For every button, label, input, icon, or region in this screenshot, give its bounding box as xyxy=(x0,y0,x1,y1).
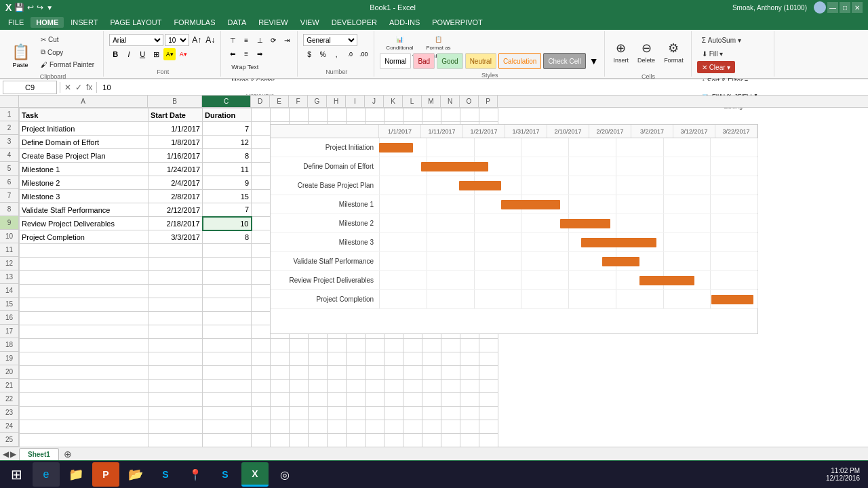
format-painter-button[interactable]: 🖌 Format Painter xyxy=(36,59,99,70)
increase-font-button[interactable]: A↑ xyxy=(191,34,203,46)
cell-C5[interactable]: 11 xyxy=(203,163,252,176)
close-button[interactable]: ✕ xyxy=(852,2,863,13)
menu-home[interactable]: HOME xyxy=(31,17,64,28)
cell-A10[interactable]: Project Completion xyxy=(20,230,149,244)
cell-A6[interactable]: Milestone 2 xyxy=(20,176,149,190)
style-good[interactable]: Good xyxy=(437,53,462,69)
col-header-F[interactable]: F xyxy=(289,96,308,107)
col-header-O[interactable]: O xyxy=(460,96,479,107)
paste-button[interactable]: 📋 Paste xyxy=(7,34,34,70)
cell-D1[interactable] xyxy=(252,108,271,122)
powerpoint-taskbar-button[interactable]: P xyxy=(92,462,119,487)
row-header-5[interactable]: 5 xyxy=(0,162,18,176)
currency-button[interactable]: $ xyxy=(303,48,315,60)
menu-powerpivot[interactable]: POWERPIVOT xyxy=(427,17,488,28)
row-header-12[interactable]: 12 xyxy=(0,257,18,270)
sheet-nav-right[interactable]: ▶ xyxy=(10,449,16,459)
cell-K1[interactable] xyxy=(384,108,403,122)
minimize-button[interactable]: — xyxy=(827,2,838,13)
align-top-button[interactable]: ⊤ xyxy=(226,34,239,46)
name-box[interactable] xyxy=(3,81,57,94)
folder-taskbar-button[interactable]: 📂 xyxy=(122,462,149,487)
row-header-20[interactable]: 20 xyxy=(0,365,18,379)
row-header-24[interactable]: 24 xyxy=(0,420,18,433)
cell-B4[interactable]: 1/16/2017 xyxy=(149,149,203,163)
row-header-7[interactable]: 7 xyxy=(0,189,18,203)
col-header-P[interactable]: P xyxy=(479,96,498,107)
format-as-table-button[interactable]: 📋 Format as Table ▾ xyxy=(422,34,456,52)
clear-button[interactable]: ✕ Clear ▾ xyxy=(697,61,736,73)
row-header-13[interactable]: 13 xyxy=(0,270,18,284)
col-header-A[interactable]: A xyxy=(19,96,148,107)
edge-taskbar-button[interactable]: e xyxy=(33,462,60,487)
underline-button[interactable]: U xyxy=(136,48,149,60)
align-bottom-button[interactable]: ⊥ xyxy=(254,34,266,46)
cell-A9[interactable]: Review Project Deliverables xyxy=(20,217,149,230)
cell-B3[interactable]: 1/8/2017 xyxy=(149,136,203,149)
cell-C4[interactable]: 8 xyxy=(203,149,252,163)
autosum-button[interactable]: Σ AutoSum ▾ xyxy=(697,34,746,46)
row-header-6[interactable]: 6 xyxy=(0,176,18,189)
cell-B6[interactable]: 2/4/2017 xyxy=(149,176,203,190)
cell-C3[interactable]: 12 xyxy=(203,136,252,149)
menu-formulas[interactable]: FORMULAS xyxy=(168,17,220,28)
menu-addins[interactable]: ADD-INS xyxy=(384,17,425,28)
conditional-formatting-button[interactable]: 📊 Conditional Formatting ▾ xyxy=(380,34,419,52)
style-neutral[interactable]: Neutral xyxy=(465,53,496,69)
percent-button[interactable]: % xyxy=(317,48,329,60)
align-center-button[interactable]: ≡ xyxy=(240,47,252,60)
quick-access-redo[interactable]: ↪ xyxy=(37,3,43,12)
excel-taskbar-button[interactable]: X xyxy=(241,462,269,487)
align-middle-button[interactable]: ≡ xyxy=(240,34,252,46)
col-header-J[interactable]: J xyxy=(365,96,384,107)
formula-input[interactable] xyxy=(100,81,865,94)
row-header-2[interactable]: 2 xyxy=(0,121,18,135)
bold-button[interactable]: B xyxy=(109,48,121,60)
cell-F1[interactable] xyxy=(290,108,309,122)
menu-review[interactable]: REVIEW xyxy=(253,17,293,28)
font-size-select[interactable]: 10 xyxy=(165,34,189,46)
row-header-21[interactable]: 21 xyxy=(0,379,18,392)
col-header-C[interactable]: C xyxy=(202,96,251,107)
row-header-10[interactable]: 10 xyxy=(0,230,18,243)
decrease-font-button[interactable]: A↓ xyxy=(204,34,216,46)
cell-I1[interactable] xyxy=(347,108,366,122)
cell-B7[interactable]: 2/8/2017 xyxy=(149,190,203,203)
col-header-H[interactable]: H xyxy=(327,96,346,107)
menu-data[interactable]: DATA xyxy=(222,17,252,28)
style-calculation[interactable]: Calculation xyxy=(498,53,541,69)
quick-access-save[interactable]: 💾 xyxy=(14,3,24,12)
style-bad[interactable]: Bad xyxy=(413,53,435,69)
wrap-text-button[interactable]: Wrap Text xyxy=(226,61,263,73)
row-header-4[interactable]: 4 xyxy=(0,148,18,162)
insert-function-button[interactable]: fx xyxy=(85,83,94,92)
cell-C8[interactable]: 7 xyxy=(203,203,252,217)
quick-access-undo[interactable]: ↩ xyxy=(27,3,34,12)
style-checkcell[interactable]: Check Cell xyxy=(543,53,585,69)
fill-button[interactable]: ⬇ Fill ▾ xyxy=(697,47,728,60)
cell-A1[interactable]: Task xyxy=(20,108,149,122)
cell-C10[interactable]: 8 xyxy=(203,230,252,244)
delete-button[interactable]: ⊖ Delete xyxy=(634,34,658,70)
cell-B9[interactable]: 2/18/2017 xyxy=(149,217,203,230)
row-header-17[interactable]: 17 xyxy=(0,325,18,338)
cell-A3[interactable]: Define Domain of Effort xyxy=(20,136,149,149)
row-header-18[interactable]: 18 xyxy=(0,338,18,352)
row-header-11[interactable]: 11 xyxy=(0,243,18,257)
cell-M1[interactable] xyxy=(422,108,441,122)
cell-A4[interactable]: Create Base Project Plan xyxy=(20,149,149,163)
row-header-8[interactable]: 8 xyxy=(0,203,18,216)
row-header-22[interactable]: 22 xyxy=(0,392,18,406)
cell-B1[interactable]: Start Date xyxy=(149,108,203,122)
phone-taskbar-button[interactable]: S xyxy=(212,462,239,487)
row-header-16[interactable]: 16 xyxy=(0,311,18,325)
italic-button[interactable]: I xyxy=(123,48,135,60)
cell-B2[interactable]: 1/1/2017 xyxy=(149,122,203,136)
cell-G1[interactable] xyxy=(309,108,328,122)
cell-A8[interactable]: Validate Staff Performance xyxy=(20,203,149,217)
cell-E1[interactable] xyxy=(271,108,290,122)
copy-button[interactable]: ⧉ Copy xyxy=(36,46,99,58)
col-header-M[interactable]: M xyxy=(422,96,441,107)
add-sheet-button[interactable]: ⊕ xyxy=(62,448,74,460)
number-format-select[interactable]: General xyxy=(303,34,357,46)
